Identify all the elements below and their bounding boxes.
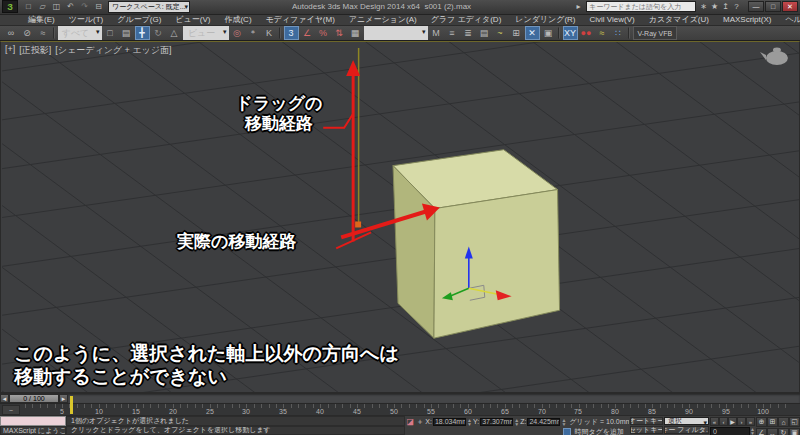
curve-editor-icon[interactable]: ~ (493, 26, 508, 40)
select-and-rotate-icon[interactable]: ↻ (151, 26, 166, 40)
select-object-icon[interactable]: □ (103, 26, 118, 40)
minimize-button[interactable]: — (748, 1, 764, 12)
3ds-max-logo-icon[interactable]: З (2, 0, 18, 13)
zoom-extents-all-icon[interactable]: ◱ (789, 417, 800, 427)
select-by-name-icon[interactable]: ▤ (119, 26, 134, 40)
current-frame-marker[interactable] (70, 396, 73, 414)
y-coordinate-field[interactable]: 37.307mm (480, 418, 513, 426)
zoom-all-icon[interactable]: ⊞ (767, 417, 778, 427)
workspace-dropdown[interactable]: ワークスペース: 既定... (108, 1, 190, 13)
next-frame-icon[interactable]: › (737, 417, 746, 426)
play-icon[interactable]: ▶ (728, 417, 737, 426)
select-and-manipulate-icon[interactable]: ＊ (246, 26, 261, 40)
separator[interactable] (279, 27, 281, 39)
go-to-start-icon[interactable]: « (710, 417, 719, 426)
maxscript-mini-listener-field[interactable] (0, 416, 66, 426)
schematic-view-icon[interactable]: ⊞ (509, 26, 524, 40)
select-and-link-icon[interactable]: ∞ (4, 26, 19, 40)
angle-snap-icon[interactable]: ∠ (300, 26, 315, 40)
cube-front-face[interactable] (434, 190, 560, 339)
mirror-icon[interactable]: M (429, 26, 444, 40)
prev-frame-button[interactable]: ◄ (0, 394, 9, 403)
save-file-icon[interactable]: ◫ (51, 1, 63, 13)
track-bar[interactable]: ~ 51015202530354045505560657075808590951… (0, 403, 800, 415)
viewport-menu-plus[interactable]: [+] (5, 44, 15, 57)
star-icon[interactable]: ★ (709, 1, 720, 12)
key-filters-button[interactable]: キー フィルタ... (664, 426, 709, 434)
keyframe-icon[interactable]: ●● (579, 26, 594, 40)
mini-curve-editor-button[interactable]: ~ (2, 405, 20, 415)
auto-key-button[interactable]: オートキー (630, 417, 663, 425)
render-setup-icon[interactable]: ▣ (541, 26, 556, 40)
viewport[interactable]: [+] [正投影] [シェーディング + エッジ面] ドラッグの 移動経路 実際… (0, 41, 800, 393)
separator[interactable] (628, 27, 630, 39)
menu-item[interactable]: グラフ エディタ(D) (425, 14, 508, 25)
menu-item[interactable]: ビュー(V) (169, 14, 216, 25)
select-and-move-icon[interactable]: ╋ (135, 26, 150, 40)
reference-coordinate-dropdown[interactable]: ビュー (183, 26, 229, 40)
project-folder-icon[interactable]: ⊟ (93, 1, 105, 13)
add-time-tag-button[interactable]: 時間タグを追加 (575, 427, 625, 435)
current-frame-field[interactable]: 0 (710, 427, 750, 435)
schematic-dots-icon[interactable]: ∷ (611, 26, 626, 40)
separator[interactable] (53, 27, 55, 39)
layer-manager-icon[interactable]: ≣ (461, 26, 476, 40)
x-coordinate-field[interactable]: 18.034mm (433, 418, 466, 426)
separator[interactable] (558, 27, 560, 39)
set-key-button[interactable]: セットキー (630, 426, 663, 434)
unlink-selection-icon[interactable]: ⊘ (20, 26, 35, 40)
menu-item[interactable]: アニメーション(A) (343, 14, 423, 25)
graphite-ribbon-icon[interactable]: ▤ (477, 26, 492, 40)
viewport-menu-shading[interactable]: [シェーディング + エッジ面] (55, 44, 171, 57)
menu-item[interactable]: Civil View(V) (584, 15, 641, 24)
menu-item[interactable]: ヘルプ(H) (779, 14, 800, 25)
help-icon[interactable]: ? (731, 1, 742, 12)
zoom-icon[interactable]: ⊕ (756, 417, 767, 427)
material-editor-icon[interactable]: ✕ (525, 26, 540, 40)
bind-to-space-warp-icon[interactable]: ≈ (36, 26, 51, 40)
menu-item[interactable]: モディファイヤ(M) (260, 14, 341, 25)
search-icon[interactable]: ∗ (698, 1, 709, 12)
z-coordinate-field[interactable]: 24.425mm (527, 418, 560, 426)
align-icon[interactable]: ≡ (445, 26, 460, 40)
menu-item[interactable]: グループ(G) (111, 14, 167, 25)
named-selection-dropdown[interactable] (364, 26, 428, 40)
selection-lock-icon[interactable]: ◪ (406, 416, 415, 427)
new-scene-icon[interactable]: □ (23, 1, 35, 13)
pan-icon[interactable]: ↔ (767, 428, 778, 435)
menu-item[interactable]: 編集(E) (22, 14, 61, 25)
xy-constraint-icon[interactable]: XY (563, 26, 578, 40)
menu-item[interactable]: 作成(C) (218, 14, 257, 25)
zoom-extents-icon[interactable]: ⌂ (778, 417, 789, 427)
fov-icon[interactable]: ∠ (756, 428, 767, 435)
keyboard-override-icon[interactable]: K (262, 26, 277, 40)
orbit-icon[interactable]: ↻ (778, 428, 789, 435)
next-frame-button[interactable]: ► (59, 394, 68, 403)
menu-item[interactable]: MAXScript(X) (717, 15, 777, 24)
selection-filter-dropdown[interactable]: すべて (58, 26, 102, 40)
close-button[interactable]: ✕ (782, 1, 798, 12)
selected-filter-dropdown[interactable]: 選択 (664, 417, 709, 425)
snap-toggle-3d-icon[interactable]: 3 (284, 26, 299, 40)
y-spinner[interactable]: ▲▼ (514, 418, 519, 426)
viewport-menu-view[interactable]: [正投影] (19, 44, 51, 57)
maximize-button[interactable]: □ (765, 1, 781, 12)
teapot-object[interactable] (760, 48, 788, 65)
maximize-viewport-icon[interactable]: ▣ (789, 428, 800, 435)
z-spinner[interactable]: ▲▼ (561, 418, 566, 426)
motion-path-icon[interactable]: ≈ (595, 26, 610, 40)
time-slider[interactable]: 0 / 100 (9, 394, 59, 403)
percent-snap-icon[interactable]: % (316, 26, 331, 40)
absolute-mode-icon[interactable]: ＋ (416, 416, 425, 427)
time-slider-track[interactable] (68, 394, 800, 403)
search-input[interactable] (586, 1, 696, 12)
undo-icon[interactable]: ↶ (65, 1, 77, 13)
menu-item[interactable]: カスタマイズ(U) (643, 14, 715, 25)
vray-vfb-button[interactable]: V-Ray VFB (633, 26, 678, 40)
go-to-end-icon[interactable]: » (746, 417, 755, 426)
edit-named-selection-icon[interactable]: ▦ (348, 26, 363, 40)
use-pivot-center-icon[interactable]: ◎ (230, 26, 245, 40)
box-object[interactable] (393, 150, 560, 338)
spinner-snap-icon[interactable]: ⇅ (332, 26, 347, 40)
x-spinner[interactable]: ▲▼ (467, 418, 472, 426)
